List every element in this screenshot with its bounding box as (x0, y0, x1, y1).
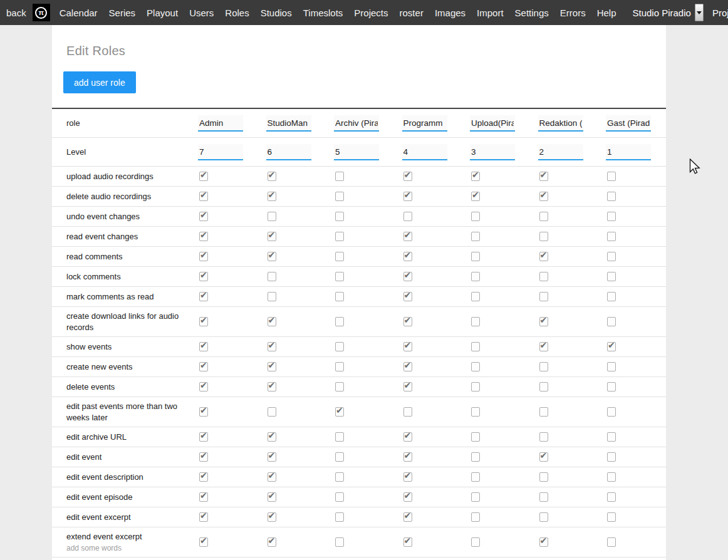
permission-checkbox[interactable] (403, 252, 412, 261)
permission-checkbox[interactable] (403, 172, 412, 181)
chevron-down-icon[interactable] (695, 4, 704, 21)
role-name-input[interactable] (606, 115, 651, 132)
permission-checkbox[interactable] (403, 452, 412, 462)
permission-checkbox[interactable] (539, 492, 548, 502)
permission-checkbox[interactable] (199, 407, 208, 417)
permission-checkbox[interactable] (539, 252, 548, 261)
permission-checkbox[interactable] (199, 512, 208, 522)
nav-item-roles[interactable]: Roles (219, 8, 254, 18)
permission-checkbox[interactable] (607, 232, 616, 241)
permission-checkbox[interactable] (539, 382, 548, 391)
permission-checkbox[interactable] (268, 362, 276, 371)
permission-checkbox[interactable] (607, 317, 616, 326)
piradio-logo[interactable]: π (33, 4, 50, 21)
permission-checkbox[interactable] (199, 452, 208, 462)
permission-checkbox[interactable] (539, 407, 548, 417)
permission-checkbox[interactable] (403, 232, 412, 241)
permission-checkbox[interactable] (199, 362, 208, 371)
permission-checkbox[interactable] (335, 362, 344, 371)
permission-checkbox[interactable] (268, 452, 276, 462)
permission-checkbox[interactable] (335, 452, 344, 462)
permission-checkbox[interactable] (471, 317, 480, 326)
permission-checkbox[interactable] (607, 292, 616, 301)
permission-checkbox[interactable] (199, 232, 208, 241)
permission-checkbox[interactable] (539, 512, 548, 522)
permission-checkbox[interactable] (403, 362, 412, 371)
permission-checkbox[interactable] (199, 272, 208, 281)
permission-checkbox[interactable] (335, 432, 344, 442)
permission-checkbox[interactable] (403, 192, 412, 201)
nav-item-help[interactable]: Help (591, 8, 622, 18)
permission-checkbox[interactable] (403, 212, 412, 221)
permission-checkbox[interactable] (403, 342, 412, 351)
permission-checkbox[interactable] (607, 407, 616, 417)
permission-checkbox[interactable] (539, 432, 548, 442)
permission-checkbox[interactable] (199, 492, 208, 502)
permission-checkbox[interactable] (607, 472, 616, 482)
role-level-input[interactable] (470, 144, 515, 160)
permission-checkbox[interactable] (268, 317, 276, 326)
permission-checkbox[interactable] (607, 492, 616, 502)
permission-checkbox[interactable] (471, 472, 480, 482)
permission-checkbox[interactable] (268, 272, 276, 281)
nav-item-settings[interactable]: Settings (509, 8, 554, 18)
permission-checkbox[interactable] (335, 232, 344, 241)
permission-checkbox[interactable] (199, 472, 208, 482)
add-user-role-button[interactable]: add user role (63, 71, 136, 93)
permission-checkbox[interactable] (268, 232, 276, 241)
permission-checkbox[interactable] (607, 452, 616, 462)
nav-item-calendar[interactable]: Calendar (54, 8, 103, 18)
role-name-input[interactable] (334, 115, 379, 132)
permission-checkbox[interactable] (199, 252, 208, 261)
permission-checkbox[interactable] (471, 432, 480, 442)
nav-item-playout[interactable]: Playout (141, 8, 184, 18)
permission-checkbox[interactable] (471, 192, 480, 201)
permission-checkbox[interactable] (471, 512, 480, 522)
permission-checkbox[interactable] (199, 172, 208, 181)
permission-checkbox[interactable] (471, 172, 480, 181)
role-name-input[interactable] (538, 115, 583, 132)
permission-checkbox[interactable] (268, 407, 276, 417)
permission-checkbox[interactable] (268, 512, 276, 522)
permission-checkbox[interactable] (335, 537, 344, 547)
permission-checkbox[interactable] (268, 537, 276, 547)
permission-checkbox[interactable] (403, 382, 412, 391)
permission-checkbox[interactable] (199, 342, 208, 351)
role-name-input[interactable] (266, 115, 311, 132)
nav-item-studios[interactable]: Studios (255, 8, 298, 18)
permission-checkbox[interactable] (335, 342, 344, 351)
permission-checkbox[interactable] (607, 192, 616, 201)
permission-checkbox[interactable] (539, 292, 548, 301)
permission-checkbox[interactable] (268, 212, 276, 221)
permission-checkbox[interactable] (471, 212, 480, 221)
role-level-input[interactable] (538, 144, 583, 160)
nav-item-errors[interactable]: Errors (554, 8, 591, 18)
permission-checkbox[interactable] (539, 172, 548, 181)
permission-checkbox[interactable] (471, 362, 480, 371)
permission-checkbox[interactable] (403, 292, 412, 301)
permission-checkbox[interactable] (268, 342, 276, 351)
permission-checkbox[interactable] (268, 192, 276, 201)
permission-checkbox[interactable] (607, 382, 616, 391)
nav-item-import[interactable]: Import (471, 8, 509, 18)
permission-checkbox[interactable] (471, 272, 480, 281)
back-button[interactable]: back (4, 8, 31, 18)
permission-checkbox[interactable] (403, 537, 412, 547)
permission-checkbox[interactable] (268, 432, 276, 442)
permission-checkbox[interactable] (403, 492, 412, 502)
permission-checkbox[interactable] (607, 512, 616, 522)
permission-checkbox[interactable] (335, 172, 344, 181)
permission-checkbox[interactable] (539, 362, 548, 371)
permission-checkbox[interactable] (268, 252, 276, 261)
permission-checkbox[interactable] (471, 537, 480, 547)
permission-checkbox[interactable] (268, 472, 276, 482)
permission-checkbox[interactable] (335, 272, 344, 281)
nav-item-images[interactable]: Images (429, 8, 471, 18)
nav-item-roster[interactable]: roster (394, 8, 429, 18)
permission-checkbox[interactable] (335, 512, 344, 522)
permission-checkbox[interactable] (199, 192, 208, 201)
permission-checkbox[interactable] (471, 382, 480, 391)
permission-checkbox[interactable] (403, 472, 412, 482)
role-name-input[interactable] (198, 115, 243, 132)
permission-checkbox[interactable] (335, 212, 344, 221)
